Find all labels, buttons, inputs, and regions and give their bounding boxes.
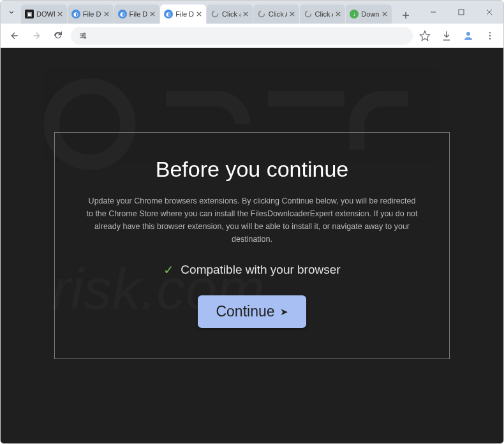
continue-label: Continue bbox=[216, 303, 274, 320]
modal-title: Before you continue bbox=[85, 157, 419, 182]
star-icon bbox=[419, 30, 431, 41]
address-actions bbox=[417, 27, 498, 44]
favicon-icon bbox=[257, 10, 266, 18]
tab-2[interactable]: ◐ File Do bbox=[114, 4, 160, 24]
tab-close-button[interactable] bbox=[103, 10, 110, 18]
continue-button[interactable]: Continue ➤ bbox=[198, 295, 306, 328]
address-bar bbox=[1, 24, 503, 48]
svg-point-10 bbox=[489, 38, 491, 39]
modal-body: Update your Chrome browsers extensions. … bbox=[85, 195, 419, 246]
tab-5[interactable]: Click A bbox=[253, 4, 299, 24]
tab-close-button[interactable] bbox=[288, 10, 296, 18]
close-icon bbox=[196, 11, 202, 17]
close-icon bbox=[336, 11, 341, 17]
tab-strip: ▣ DOWN ◐ File Do ◐ File Do bbox=[21, 1, 419, 24]
arrow-right-icon: ➤ bbox=[280, 306, 288, 318]
favicon-icon: ◐ bbox=[164, 10, 173, 18]
plus-icon bbox=[402, 11, 410, 19]
tab-title: Downl bbox=[361, 10, 380, 18]
kebab-icon bbox=[485, 31, 495, 41]
tab-close-button[interactable] bbox=[195, 10, 203, 18]
tab-7[interactable]: ↓ Downl bbox=[346, 4, 392, 24]
url-field[interactable] bbox=[71, 27, 413, 45]
tab-close-button[interactable] bbox=[149, 10, 156, 18]
favicon-icon: ↓ bbox=[350, 10, 359, 18]
favicon-icon bbox=[304, 10, 313, 18]
bookmark-button[interactable] bbox=[417, 27, 433, 44]
close-icon bbox=[382, 11, 387, 17]
minimize-button[interactable] bbox=[419, 2, 447, 22]
tab-title: File Do bbox=[175, 10, 194, 18]
close-icon bbox=[104, 11, 109, 17]
loading-icon bbox=[304, 10, 313, 18]
search-tabs-button[interactable] bbox=[4, 5, 19, 19]
svg-point-1 bbox=[258, 11, 264, 17]
tab-6[interactable]: Click A bbox=[300, 4, 346, 24]
close-icon bbox=[150, 11, 155, 17]
svg-point-8 bbox=[489, 32, 491, 33]
reload-icon bbox=[53, 31, 63, 41]
svg-rect-3 bbox=[459, 10, 464, 15]
tab-title: File Do bbox=[130, 10, 148, 18]
tab-0[interactable]: ▣ DOWN bbox=[21, 4, 67, 24]
chevron-down-icon bbox=[7, 8, 16, 17]
arrow-left-icon bbox=[10, 31, 20, 41]
tab-close-button[interactable] bbox=[242, 10, 249, 18]
close-icon bbox=[290, 11, 295, 17]
close-icon bbox=[486, 9, 493, 15]
tab-close-button[interactable] bbox=[334, 10, 342, 18]
download-icon bbox=[441, 30, 452, 41]
downloads-button[interactable] bbox=[438, 27, 455, 44]
tab-4[interactable]: Click & bbox=[207, 4, 253, 24]
compatibility-text: Compatible with your browser bbox=[181, 263, 340, 277]
tab-3-active[interactable]: ◐ File Do bbox=[160, 4, 206, 24]
favicon-icon bbox=[211, 10, 219, 18]
profile-button[interactable] bbox=[460, 27, 477, 44]
svg-point-6 bbox=[84, 36, 85, 38]
tab-title: DOWN bbox=[36, 10, 55, 18]
favicon-icon: ▣ bbox=[25, 10, 34, 18]
loading-icon bbox=[257, 10, 266, 18]
menu-button[interactable] bbox=[482, 27, 498, 44]
svg-point-0 bbox=[212, 11, 218, 17]
favicon-icon: ◐ bbox=[118, 10, 127, 18]
tab-1[interactable]: ◐ File Do bbox=[68, 4, 114, 24]
tab-title: File Do bbox=[83, 10, 101, 18]
window-controls bbox=[419, 2, 503, 22]
svg-point-7 bbox=[466, 32, 470, 36]
loading-icon bbox=[211, 10, 219, 18]
favicon-icon: ◐ bbox=[71, 10, 80, 18]
tab-title: Click & bbox=[222, 10, 241, 18]
maximize-button[interactable] bbox=[447, 2, 475, 22]
tab-close-button[interactable] bbox=[56, 10, 64, 18]
tab-title: Click A bbox=[269, 10, 287, 18]
minimize-icon bbox=[430, 9, 436, 15]
tab-close-button[interactable] bbox=[381, 10, 389, 18]
forward-button[interactable] bbox=[27, 27, 45, 45]
svg-point-9 bbox=[489, 34, 491, 36]
site-settings-button[interactable] bbox=[77, 30, 89, 41]
checkmark-icon: ✓ bbox=[163, 262, 174, 278]
close-icon bbox=[57, 11, 63, 17]
compatibility-row: ✓ Compatible with your browser bbox=[85, 262, 419, 278]
browser-window: ▣ DOWN ◐ File Do ◐ File Do bbox=[0, 0, 504, 444]
svg-point-2 bbox=[305, 11, 311, 17]
maximize-icon bbox=[458, 9, 464, 15]
reload-button[interactable] bbox=[49, 27, 67, 45]
new-tab-button[interactable] bbox=[397, 7, 414, 24]
person-icon bbox=[463, 30, 474, 41]
titlebar: ▣ DOWN ◐ File Do ◐ File Do bbox=[1, 1, 503, 24]
tune-icon bbox=[78, 31, 87, 40]
svg-point-4 bbox=[84, 33, 85, 34]
svg-point-5 bbox=[82, 34, 84, 36]
continue-modal: Before you continue Update your Chrome b… bbox=[54, 132, 450, 359]
tab-title: Click A bbox=[315, 10, 334, 18]
back-button[interactable] bbox=[6, 27, 24, 45]
close-window-button[interactable] bbox=[475, 2, 503, 22]
page-content: risk.com Before you continue Update your… bbox=[1, 48, 503, 443]
arrow-right-icon bbox=[31, 31, 41, 41]
close-icon bbox=[243, 11, 248, 17]
